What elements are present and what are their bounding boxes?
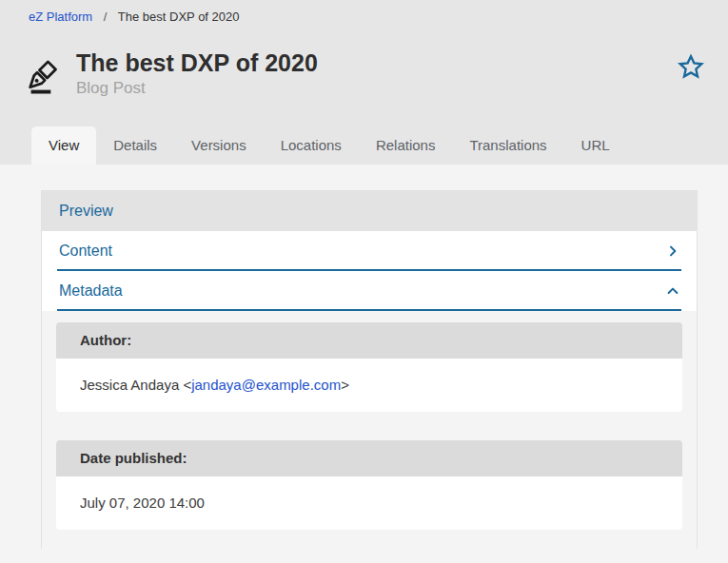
date-published-value: July 07, 2020 14:00 xyxy=(80,495,205,511)
breadcrumb-link-ez-platform[interactable]: eZ Platform xyxy=(29,10,92,24)
section-label-metadata: Metadata xyxy=(59,282,123,301)
section-toggle-content[interactable]: Content xyxy=(57,231,681,271)
field-value-date-published: July 07, 2020 14:00 xyxy=(56,476,682,530)
edit-pen-icon xyxy=(27,51,70,95)
section-label-content: Content xyxy=(59,242,112,261)
title-row: The best DXP of 2020 Blog Post xyxy=(27,49,705,99)
tab-relations[interactable]: Relations xyxy=(359,126,453,165)
preview-panel: Preview Content Metadata Author: Je xyxy=(41,190,698,549)
page-header: eZ Platform / The best DXP of 2020 The b… xyxy=(0,0,728,165)
content-type-label: Blog Post xyxy=(76,78,318,99)
author-value-suffix: > xyxy=(341,377,349,393)
tab-locations[interactable]: Locations xyxy=(264,126,359,165)
chevron-right-icon xyxy=(666,244,679,258)
tab-versions[interactable]: Versions xyxy=(174,126,264,165)
metadata-body: Author: Jessica Andaya <jandaya@example.… xyxy=(42,311,697,549)
tab-translations[interactable]: Translations xyxy=(452,126,563,165)
tab-details[interactable]: Details xyxy=(96,126,174,165)
author-name: Jessica Andaya < xyxy=(80,377,191,393)
field-card-date-published: Date published: July 07, 2020 14:00 xyxy=(56,440,682,530)
breadcrumb-current-item: The best DXP of 2020 xyxy=(118,10,240,24)
preview-panel-header: Preview xyxy=(42,191,697,231)
bookmark-star-icon[interactable] xyxy=(677,53,705,82)
tab-view[interactable]: View xyxy=(31,126,96,165)
breadcrumb-separator: / xyxy=(104,10,108,24)
content-area: Preview Content Metadata Author: Je xyxy=(0,165,728,563)
field-value-author: Jessica Andaya <jandaya@example.com> xyxy=(56,359,682,412)
breadcrumb: eZ Platform / The best DXP of 2020 xyxy=(0,8,728,25)
chevron-up-icon xyxy=(666,284,679,298)
page-title: The best DXP of 2020 xyxy=(76,49,318,76)
author-email-link[interactable]: jandaya@example.com xyxy=(191,377,341,393)
section-toggle-metadata[interactable]: Metadata xyxy=(57,271,681,311)
field-label-date-published: Date published: xyxy=(56,440,682,476)
preview-title: Preview xyxy=(59,203,113,219)
field-card-author: Author: Jessica Andaya <jandaya@example.… xyxy=(56,322,682,412)
field-label-author: Author: xyxy=(56,322,682,359)
title-block: The best DXP of 2020 Blog Post xyxy=(76,49,318,99)
tab-bar: View Details Versions Locations Relation… xyxy=(0,126,728,165)
tab-url[interactable]: URL xyxy=(564,126,627,165)
